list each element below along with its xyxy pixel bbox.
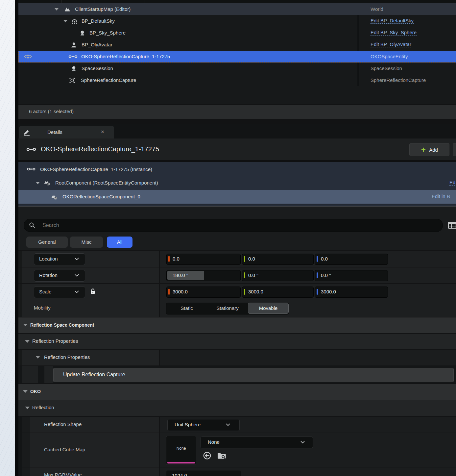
location-x-field[interactable]: 0.0 xyxy=(166,254,241,265)
max-rgbm-label: Max RGBMValue xyxy=(44,467,82,476)
component-row-instance[interactable]: OKO-SphereReflectionCapture_1-17275 (Ins… xyxy=(18,163,456,176)
expander-arrow-icon[interactable] xyxy=(63,20,67,22)
scale-x-field[interactable]: 3000.0 xyxy=(166,287,241,298)
mobility-label: Mobility xyxy=(34,300,51,315)
indent-rail xyxy=(18,467,22,476)
mobility-stationary-option[interactable]: Stationary xyxy=(207,303,248,313)
mobility-static-option[interactable]: Static xyxy=(166,303,207,313)
edit-blueprint-link[interactable]: Edit BP_OlyAvatar xyxy=(371,41,411,47)
plus-icon xyxy=(421,147,426,152)
rotation-z-field[interactable]: 0.0 ° xyxy=(315,270,388,281)
close-icon[interactable]: ✕ xyxy=(101,126,105,138)
add-component-button[interactable]: Add xyxy=(409,143,449,156)
search-input[interactable] xyxy=(42,220,405,230)
expander-arrow-icon[interactable] xyxy=(25,340,30,343)
section-reflection-space-component[interactable]: Reflection Space Component xyxy=(18,317,456,333)
chevron-down-icon xyxy=(300,441,305,444)
section-reflection-properties[interactable]: Reflection Properties xyxy=(18,333,456,349)
rotation-dropdown-button[interactable]: Rotation xyxy=(34,270,85,282)
use-selected-icon[interactable] xyxy=(203,451,212,460)
details-filter-row: General Misc All xyxy=(18,234,456,250)
expander-arrow-icon[interactable] xyxy=(23,390,28,393)
edit-blueprint-link[interactable]: Edit BP_Sky_Sphere xyxy=(371,30,417,36)
indent-rail xyxy=(22,417,30,433)
tab-details[interactable]: Details ✕ xyxy=(19,126,114,138)
max-rgbm-value: 1024.0 xyxy=(172,470,187,476)
edit-in-blueprint-link[interactable]: Edit in B xyxy=(432,193,450,199)
axis-y-accent xyxy=(244,289,245,295)
column-splitter[interactable] xyxy=(159,267,160,283)
outliner-row-label: SphereReflectionCapture xyxy=(81,74,136,86)
rotation-z-value: 0.0 ° xyxy=(321,270,331,280)
column-splitter[interactable] xyxy=(159,251,160,267)
component-row-okoreflectionspacecomponent-selected[interactable]: OKOReflectionSpaceComponent_0 Edit in B xyxy=(18,190,456,204)
section-oko[interactable]: OKO xyxy=(18,383,456,400)
reflection-shape-dropdown[interactable]: Unit Sphere xyxy=(167,419,240,431)
edit-in-blueprint-link[interactable]: Ed xyxy=(449,180,455,186)
expander-arrow-icon[interactable] xyxy=(55,8,59,11)
section-reflection[interactable]: Reflection xyxy=(18,400,456,416)
location-y-field[interactable]: 0.0 xyxy=(242,254,314,265)
outliner-row-spacesession[interactable]: SpaceSession SpaceSession xyxy=(18,63,456,74)
axis-z-accent xyxy=(317,289,318,295)
filter-all-button[interactable]: All xyxy=(107,237,132,248)
max-rgbm-field[interactable]: 1024.0 xyxy=(166,470,241,476)
scale-z-value: 3000.0 xyxy=(321,287,336,297)
rotation-y-field[interactable]: 0.0 ° xyxy=(242,270,314,281)
outliner-row-spherereflectioncapture[interactable]: SphereReflectionCapture SphereReflection… xyxy=(18,74,456,86)
rotation-x-field[interactable]: 180.0 ° xyxy=(166,270,241,281)
cached-cube-map-row: Cached Cube Map None None xyxy=(18,433,456,467)
filter-misc-button[interactable]: Misc xyxy=(70,237,103,248)
outliner-row-bp-olyavatar[interactable]: BP_OlyAvatar Edit BP_OlyAvatar xyxy=(18,39,456,51)
add-button-label: Add xyxy=(429,147,438,153)
expander-arrow-icon[interactable] xyxy=(36,182,40,184)
outliner-row-bp-defaultsky[interactable]: BP_DefaultSky Edit BP_DefaultSky xyxy=(18,15,456,27)
search-input-container[interactable] xyxy=(24,219,443,232)
column-splitter[interactable] xyxy=(159,350,160,365)
expander-arrow-icon[interactable] xyxy=(36,356,40,359)
update-reflection-capture-button[interactable]: Update Reflection Capture xyxy=(53,368,454,382)
divider xyxy=(18,207,456,209)
eye-icon[interactable] xyxy=(24,54,32,60)
mobility-movable-option-selected[interactable]: Movable xyxy=(248,303,289,314)
outliner-row-label: OKO-SphereReflectionCapture_1-17275 xyxy=(81,51,170,63)
reflection-shape-value: Unit Sphere xyxy=(175,419,201,430)
scale-dropdown-button[interactable]: Scale xyxy=(34,286,85,298)
grid-view-icon[interactable] xyxy=(448,221,456,229)
link-icon xyxy=(27,167,36,171)
location-dropdown-button[interactable]: Location xyxy=(34,253,85,265)
scale-x-value: 3000.0 xyxy=(173,287,188,297)
editor-panel: ClientStartupMap (Editor) World BP_Defau… xyxy=(18,0,456,476)
column-splitter[interactable] xyxy=(159,284,160,300)
outliner-row-bp-sky-sphere[interactable]: BP_Sky_Sphere Edit BP_Sky_Sphere xyxy=(18,27,456,39)
tab-label: Details xyxy=(47,126,62,138)
asset-action-icons xyxy=(203,451,227,460)
indent-rail xyxy=(22,366,38,383)
lock-icon[interactable] xyxy=(90,288,96,295)
scale-z-field[interactable]: 3000.0 xyxy=(315,287,388,298)
column-splitter[interactable] xyxy=(159,467,160,476)
indent-rail xyxy=(18,417,22,433)
outliner-row-oko-spherereflectioncapture-selected[interactable]: OKO-SphereReflectionCapture_1-17275 OKOS… xyxy=(18,51,456,63)
location-z-field[interactable]: 0.0 xyxy=(315,254,388,265)
outliner-row-label: BP_DefaultSky xyxy=(82,15,115,27)
column-splitter[interactable] xyxy=(159,417,160,433)
cached-cube-map-dropdown[interactable]: None xyxy=(201,437,313,448)
filter-general-button[interactable]: General xyxy=(26,237,68,248)
clipped-toolbar-button[interactable] xyxy=(453,143,456,156)
outliner-row-world[interactable]: ClientStartupMap (Editor) World xyxy=(18,3,456,15)
struct-reflection-properties[interactable]: Reflection Properties xyxy=(18,349,456,365)
section-title: Reflection Space Component xyxy=(30,317,94,333)
column-splitter[interactable] xyxy=(159,300,160,317)
component-row-rootcomponent[interactable]: RootComponent (RootSpaceEntityComponent)… xyxy=(18,176,456,190)
asset-thumbnail[interactable]: None xyxy=(166,436,196,465)
expander-arrow-icon[interactable] xyxy=(25,407,30,409)
edit-blueprint-link[interactable]: Edit BP_DefaultSky xyxy=(371,18,414,24)
rotation-label: Rotation xyxy=(39,270,58,281)
column-splitter[interactable] xyxy=(159,433,160,467)
expander-arrow-icon[interactable] xyxy=(23,324,28,326)
details-icon xyxy=(23,129,30,136)
axis-y-accent xyxy=(244,256,245,262)
scale-y-field[interactable]: 3000.0 xyxy=(242,287,314,298)
browse-icon[interactable] xyxy=(217,451,227,460)
